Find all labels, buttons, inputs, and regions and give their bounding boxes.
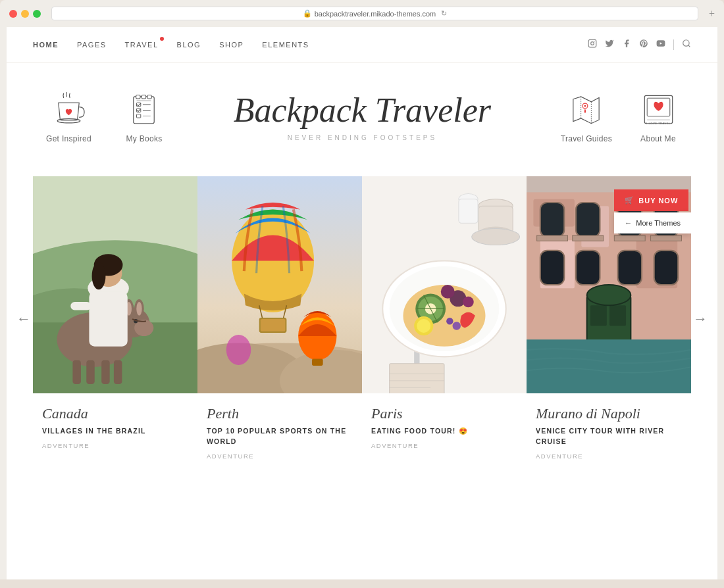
cards-container: Canada VILLAGES IN THE BRAZIL ADVENTURE — [33, 176, 691, 466]
card-canada-image — [33, 176, 197, 393]
minimize-button[interactable] — [21, 10, 29, 18]
buy-now-overlay: 🛒 BUY NOW ← More Themes — [614, 189, 691, 233]
lock-icon: 🔒 — [303, 9, 312, 18]
svg-point-79 — [463, 297, 474, 308]
svg-rect-104 — [576, 251, 600, 285]
site-title: Backpack Traveler — [190, 91, 534, 129]
instagram-icon[interactable] — [588, 39, 597, 51]
about-me-icon: I LOVE TRAVEL — [638, 89, 678, 129]
browser-titlebar: 🔒 backpacktraveler.mikado-themes.com ↻ + — [0, 7, 724, 27]
about-me-label: About Me — [640, 134, 676, 143]
card-murano: 🛒 BUY NOW ← More Themes Murano di Napoli… — [527, 176, 691, 466]
card-murano-content: Murano di Napoli VENICE CITY TOUR WITH R… — [527, 393, 691, 466]
cards-section: ← — [7, 163, 717, 479]
svg-rect-96 — [576, 203, 600, 237]
svg-point-64 — [472, 229, 520, 245]
card-perth-image — [197, 176, 362, 393]
card-paris-location: Paris — [371, 405, 517, 422]
close-button[interactable] — [9, 10, 17, 18]
svg-point-82 — [453, 322, 461, 330]
nav-travel[interactable]: TRAVEL — [125, 41, 159, 49]
svg-point-46 — [92, 262, 106, 290]
card-canada-location: Canada — [42, 405, 188, 422]
address-bar[interactable]: 🔒 backpacktraveler.mikado-themes.com ↻ — [51, 7, 698, 20]
url-text: backpacktraveler.mikado-themes.com — [315, 10, 436, 18]
cart-icon: 🛒 — [625, 196, 634, 205]
nav-blog[interactable]: BLOG — [177, 41, 201, 49]
nav-shop[interactable]: SHOP — [219, 41, 244, 49]
travel-guides-label: Travel Guides — [561, 134, 612, 143]
pinterest-icon[interactable] — [639, 39, 648, 51]
svg-rect-39 — [86, 360, 95, 384]
svg-point-1 — [591, 42, 594, 45]
svg-rect-15 — [137, 114, 141, 118]
svg-rect-99 — [537, 235, 568, 241]
svg-rect-47 — [70, 302, 91, 310]
get-inspired-label: Get Inspired — [46, 134, 91, 143]
svg-rect-95 — [540, 203, 564, 237]
svg-rect-100 — [573, 235, 604, 241]
main-nav: HOME PAGES TRAVEL BLOG SHOP ELEMENTS — [7, 27, 717, 63]
next-arrow[interactable]: → — [693, 311, 708, 328]
svg-point-108 — [587, 285, 631, 305]
search-icon[interactable] — [682, 39, 691, 51]
card-perth-location: Perth — [207, 405, 353, 422]
svg-rect-110 — [609, 305, 626, 326]
card-murano-location: Murano di Napoli — [536, 405, 682, 422]
get-inspired-item[interactable]: Get Inspired — [46, 89, 91, 143]
svg-point-78 — [441, 285, 455, 299]
svg-rect-101 — [614, 235, 645, 241]
svg-rect-109 — [590, 305, 607, 326]
card-canada: Canada VILLAGES IN THE BRAZIL ADVENTURE — [33, 176, 197, 466]
card-canada-category: ADVENTURE — [42, 442, 188, 449]
nav-home[interactable]: HOME — [33, 41, 59, 49]
maximize-button[interactable] — [33, 10, 41, 18]
card-perth-content: Perth TOP 10 POPULAR SPORTS ON THE WORLD… — [197, 393, 362, 466]
my-books-item[interactable]: My Books — [124, 89, 164, 143]
svg-point-6 — [57, 118, 80, 122]
facebook-icon[interactable] — [622, 39, 631, 51]
svg-rect-40 — [101, 360, 110, 384]
traffic-lights — [9, 10, 41, 18]
svg-rect-0 — [588, 39, 596, 47]
nav-divider — [673, 39, 674, 50]
hero-icons-right: Travel Guides I LOVE TRAVEL — [561, 89, 678, 143]
card-canada-title: VILLAGES IN THE BRAZIL — [42, 426, 188, 437]
youtube-icon[interactable] — [656, 39, 665, 51]
svg-rect-106 — [654, 251, 678, 285]
svg-rect-66 — [459, 199, 478, 223]
more-themes-label: More Themes — [636, 219, 681, 227]
nav-elements[interactable]: ELEMENTS — [262, 41, 309, 49]
site-subtitle: NEVER ENDING FOOTSTEPS — [190, 134, 534, 141]
canada-photo — [33, 176, 197, 393]
paris-photo — [362, 176, 527, 393]
svg-rect-43 — [89, 291, 127, 346]
card-canada-content: Canada VILLAGES IN THE BRAZIL ADVENTURE — [33, 393, 197, 456]
card-perth: Perth TOP 10 POPULAR SPORTS ON THE WORLD… — [197, 176, 362, 466]
svg-line-5 — [688, 45, 690, 47]
card-perth-title: TOP 10 POPULAR SPORTS ON THE WORLD — [207, 426, 353, 447]
nav-icons-right — [588, 39, 691, 51]
card-paris-category: ADVENTURE — [371, 442, 517, 449]
svg-text:I LOVE TRAVEL: I LOVE TRAVEL — [646, 121, 671, 124]
buy-now-button[interactable]: 🛒 BUY NOW — [614, 189, 688, 211]
svg-rect-56 — [261, 319, 285, 331]
svg-rect-8 — [136, 95, 140, 99]
prev-arrow[interactable]: ← — [16, 311, 31, 328]
card-perth-category: ADVENTURE — [207, 453, 353, 460]
new-tab-button[interactable]: + — [709, 8, 715, 20]
svg-point-35 — [136, 302, 142, 316]
nav-badge — [160, 37, 164, 41]
website-content: HOME PAGES TRAVEL BLOG SHOP ELEMENTS — [7, 27, 717, 579]
refresh-icon[interactable]: ↻ — [441, 9, 447, 18]
twitter-icon[interactable] — [605, 39, 614, 51]
svg-rect-10 — [147, 95, 151, 99]
more-themes-button[interactable]: ← More Themes — [614, 212, 691, 233]
about-me-item[interactable]: I LOVE TRAVEL About Me — [638, 89, 678, 143]
get-inspired-icon — [49, 89, 88, 129]
svg-point-59 — [226, 335, 251, 365]
nav-pages[interactable]: PAGES — [77, 41, 107, 49]
card-paris-image — [362, 176, 527, 393]
travel-guides-item[interactable]: Travel Guides — [561, 89, 612, 143]
svg-rect-105 — [618, 251, 642, 285]
